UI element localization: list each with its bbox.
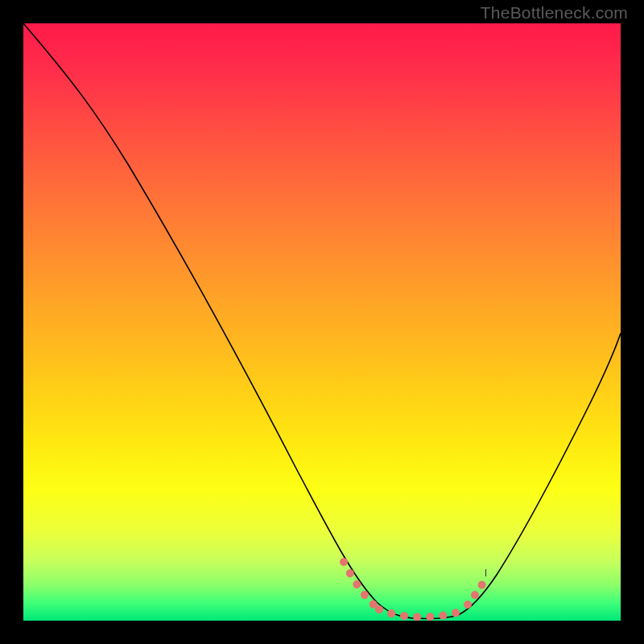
highlight-dots-left — [344, 562, 378, 608]
curve-line — [23, 23, 621, 619]
highlight-dots-bottom — [379, 609, 456, 617]
bottleneck-curve — [23, 23, 621, 621]
chart-plot-area — [23, 23, 621, 621]
minor-tick — [485, 569, 486, 576]
attribution-text: TheBottleneck.com — [481, 3, 628, 23]
highlight-dots-right — [468, 577, 487, 605]
